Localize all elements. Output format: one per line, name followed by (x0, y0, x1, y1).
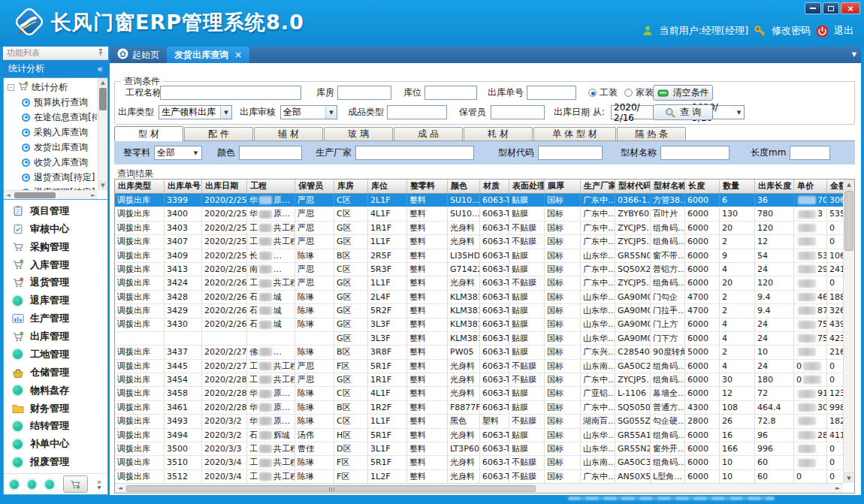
module-dot-icon[interactable] (10, 480, 19, 489)
column-header[interactable]: 出库日期 (202, 180, 247, 193)
column-header[interactable]: 长度 (685, 180, 720, 193)
table-row[interactable]: 调拨出库34372020/2/27佛…陈琳B区3R8F整料PW056063-T5… (115, 346, 843, 359)
tree-root[interactable]: - 统计分析 (5, 80, 97, 95)
sidebar-menu-item[interactable]: 工地管理 (4, 346, 107, 363)
logout-link[interactable]: 退出 (834, 24, 853, 38)
whole-select[interactable]: 全部▼ (154, 146, 202, 160)
column-header[interactable]: 保管员 (295, 180, 334, 193)
sidebar-menu-item[interactable]: 生产管理 (4, 310, 107, 327)
sidebar-menu-item[interactable]: 出库管理 (4, 328, 107, 345)
audit-select[interactable]: 全部▼ (280, 105, 337, 119)
tree-item[interactable]: 收货入库查询 (5, 155, 97, 170)
table-row[interactable]: 调拨出库34302020/2/26石城陈琳G区3L3F整料KLM38176063… (115, 318, 843, 332)
table-row[interactable]: 调拨出库34542020/2/28工共工程严思G区1R1F整料光身料6063-T… (115, 373, 843, 387)
tree-item[interactable]: 退库管理[待定] (5, 185, 97, 190)
material-tab-5[interactable]: 耗 材 (464, 127, 533, 140)
product-type-input[interactable] (387, 105, 447, 119)
table-row[interactable]: 调拨出库34942020/3/2石辉城汤伟H区5R1F整料光身料6063-T5贴… (115, 429, 843, 442)
search-button[interactable]: 查 询 (653, 104, 713, 120)
change-password-link[interactable]: 修改密码 (772, 24, 811, 38)
sidebar-section-header[interactable]: 统计分析 « (3, 60, 108, 77)
column-header[interactable]: 库位 (368, 180, 407, 193)
table-horizontal-scrollbar[interactable]: ◄ ► (115, 483, 843, 493)
location-input[interactable] (424, 86, 477, 100)
column-header[interactable]: 出库类型 (115, 180, 165, 193)
project-name-input[interactable] (160, 86, 301, 100)
tree-item[interactable]: 预算执行查询 (5, 95, 97, 110)
table-row[interactable]: 调拨出库34002020/2/25华原…严思C区4L1F整料SU10…6063-… (115, 207, 843, 221)
close-button[interactable]: × (841, 2, 860, 14)
minimize-button[interactable] (805, 2, 821, 14)
column-header[interactable]: 出库长度 (755, 180, 794, 193)
column-header[interactable]: 型材名称 (651, 180, 685, 193)
maker-input[interactable] (355, 146, 474, 160)
warehouse-input[interactable] (337, 86, 391, 100)
column-header[interactable]: 单价 (794, 180, 827, 193)
tab-home[interactable]: 起始页 (110, 47, 167, 63)
table-row[interactable]: 调拨出库34282020/2/26石城陈琳G区2L4F整料KLM38176063… (115, 291, 843, 304)
column-header[interactable]: 金额 (827, 180, 843, 193)
tab-close-icon[interactable]: × (234, 50, 242, 60)
sidebar-menu-item[interactable]: 仓储管理 (4, 364, 107, 381)
column-header[interactable]: 膜厚 (545, 180, 581, 193)
profile-code-input[interactable] (538, 146, 603, 160)
table-row[interactable]: 调拨出库34612020/2/28华原…陈琳B区1R2F整料F8877FT606… (115, 401, 843, 415)
column-header[interactable]: 整零料 (407, 180, 448, 193)
tree-item[interactable]: 采购入库查询 (5, 125, 97, 140)
radio-jiazhuang[interactable]: 家装 (624, 86, 654, 100)
table-row[interactable]: 调拨出库34932020/3/2华原…陈琳C区1L1F整料黑色塑料不贴膜国标湖南… (115, 415, 843, 428)
tree-horizontal-scrollbar[interactable]: ◄ ► (4, 190, 98, 199)
table-row[interactable]: 调拨出库34242020/2/26工共工程严思G区1L1F整料光身料6063-T… (115, 276, 843, 290)
sidebar-menu-item[interactable]: 入库管理 (4, 257, 107, 273)
color-input[interactable] (239, 146, 302, 160)
sidebar-menu-item[interactable]: 审核中心 (4, 221, 107, 237)
tab-list-dropdown-icon[interactable]: ▼ (852, 51, 856, 58)
table-row[interactable]: 调拨出库35102020/3/4工共工程陈琳F区5R1F整料光身料6063-T5… (115, 456, 843, 469)
material-tab-3[interactable]: 玻 璃 (324, 127, 393, 140)
sidebar-menu-item[interactable]: 物料盘存 (4, 382, 107, 399)
table-row[interactable]: 调拨出库34582020/2/28华原…陈琳C区4L1F整料光身料6063-T5… (115, 387, 843, 400)
material-tab-1[interactable]: 配 件 (184, 127, 253, 140)
order-no-input[interactable] (527, 86, 576, 100)
material-tab-4[interactable]: 成 品 (394, 127, 463, 140)
table-row[interactable]: G区3L3F整料KLM38176063-T5贴膜国标山东华…GA90M09…门下… (115, 332, 843, 346)
collapse-icon[interactable]: « (97, 63, 103, 74)
sidebar-menu-item[interactable]: 财务管理 (4, 400, 107, 417)
table-row[interactable]: 调拨出库33992020/2/25华原…严思C区2L1F整料SU10…6063-… (115, 194, 843, 207)
sidebar-menu-item[interactable]: 报废管理 (4, 454, 107, 470)
table-row[interactable]: 调拨出库34032020/2/25工共工程严思G区1R1F整料光身料6063-T… (115, 222, 843, 235)
column-header[interactable]: 生产厂家 (581, 180, 615, 193)
table-row[interactable]: 调拨出库34292020/2/26石城陈琳G区5R2F整料KLM38176063… (115, 304, 843, 318)
radio-gongzhuang[interactable]: 工装 (588, 86, 618, 100)
tree-vertical-scrollbar[interactable]: ▲ ▼ (98, 78, 107, 190)
tab-shipment-outbound-query[interactable]: 发货出库查询 × (167, 47, 249, 63)
tree-collapse-icon[interactable]: - (8, 84, 14, 91)
profile-name-input[interactable] (660, 146, 730, 160)
table-vertical-scrollbar[interactable]: ▲ ▼ (843, 180, 854, 483)
column-header[interactable]: 工程 (247, 180, 295, 193)
pin-icon[interactable] (97, 48, 104, 59)
maximize-button[interactable] (823, 2, 839, 14)
table-row[interactable]: 调拨出库35122020/3/4工共工程陈琳F区1L2F整料光身料6063-T5… (115, 470, 843, 483)
clear-conditions-button[interactable]: 清空条件 (653, 85, 713, 101)
table-row[interactable]: 调拨出库34092020/2/25长…陈琳B区2R5F整料LI35HD6063-… (115, 249, 843, 263)
sidebar-menu-item[interactable]: 采购管理 (4, 239, 107, 255)
more-modules-button[interactable]: »▼ (97, 479, 101, 490)
table-row[interactable]: 调拨出库34072020/2/25工共工程严思G区1L1F整料光身料6063-T… (115, 235, 843, 249)
column-header[interactable]: 表面处理 (509, 180, 545, 193)
sidebar-menu-item[interactable]: 项目管理 (4, 203, 107, 219)
module-dot-icon[interactable] (45, 480, 54, 489)
keeper-input[interactable] (491, 105, 545, 119)
module-dot-icon[interactable] (28, 480, 37, 489)
table-row[interactable]: 调拨出库34452020/2/27工共工程严思F区5R1F整料光身料6063-T… (115, 360, 843, 373)
material-tab-6[interactable]: 单 体 型 材 (533, 127, 616, 140)
tree-item[interactable]: 退货查询[待定] (5, 170, 97, 185)
material-tab-7[interactable]: 隔 热 条 (617, 127, 686, 140)
sidebar-menu-item[interactable]: 补单中心 (4, 436, 107, 452)
cart-module-button[interactable] (63, 475, 88, 493)
column-header[interactable]: 出库单号 (165, 180, 202, 193)
column-header[interactable]: 数量 (720, 180, 755, 193)
material-tab-2[interactable]: 辅 材 (254, 127, 323, 140)
sidebar-menu-item[interactable]: 结转管理 (4, 418, 107, 434)
length-input[interactable] (790, 146, 830, 160)
